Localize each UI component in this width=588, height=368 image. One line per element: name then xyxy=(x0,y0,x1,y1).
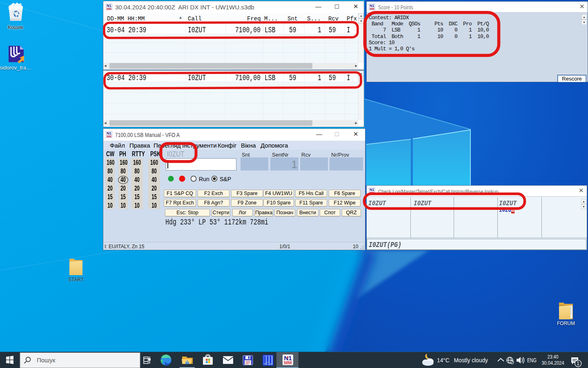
svg-text:Пошук: Пошук xyxy=(37,357,56,364)
svg-text:MM: MM xyxy=(370,7,374,10)
svg-text:START: START xyxy=(68,277,84,283)
svg-text:MM: MM xyxy=(370,191,374,194)
svg-text:23:40: 23:40 xyxy=(548,354,559,360)
svg-text:ENG: ENG xyxy=(527,357,537,364)
svg-text:MM: MM xyxy=(107,7,111,10)
svg-text:MM: MM xyxy=(284,360,292,365)
svg-text:sidorov_tra…: sidorov_tra… xyxy=(0,65,31,71)
svg-text:14°C Mostly cloudy: 14°C Mostly cloudy xyxy=(437,357,488,364)
svg-text:FORUM: FORUM xyxy=(557,321,575,326)
svg-text:Кошик: Кошик xyxy=(8,24,23,30)
svg-text:1: 1 xyxy=(577,361,579,366)
svg-text:+: + xyxy=(286,355,289,360)
svg-text:30.04.2024: 30.04.2024 xyxy=(542,360,564,366)
svg-text:MM: MM xyxy=(107,135,111,138)
